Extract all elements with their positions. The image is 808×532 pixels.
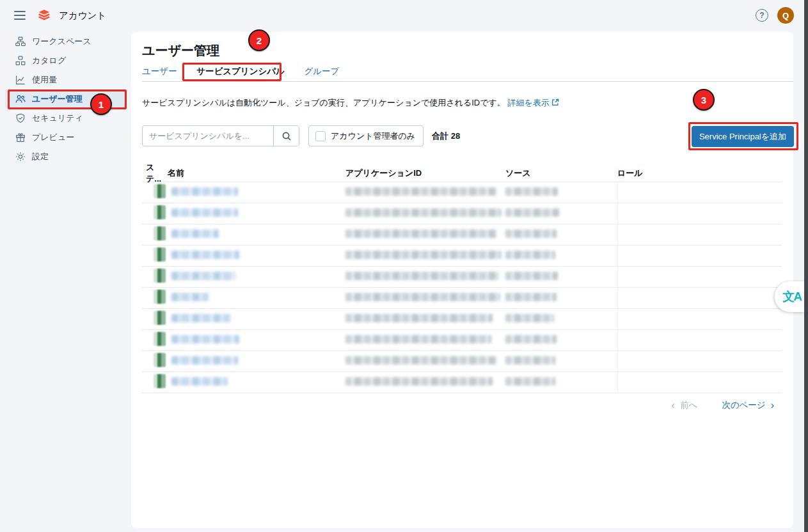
status-active-icon: [154, 205, 166, 219]
redacted-name-link[interactable]: [171, 251, 239, 259]
pagination: ‹ 前へ 次のページ ›: [672, 400, 774, 411]
page-title: ユーザー管理: [142, 42, 219, 59]
status-active-icon: [154, 332, 166, 346]
redacted-name-link[interactable]: [171, 335, 239, 343]
role-cell: [617, 203, 782, 224]
total-count: 合計 28: [432, 130, 460, 142]
sidebar-item-user-management[interactable]: ユーザー管理: [5, 90, 126, 109]
details-link-label: 詳細を表示: [507, 98, 549, 107]
account-admin-checkbox-label: アカウント管理者のみ: [331, 130, 415, 142]
redacted-application-id: [345, 377, 493, 386]
sidebar-item-label: プレビュー: [32, 132, 74, 143]
redacted-application-id: [345, 251, 502, 259]
hamburger-menu-icon[interactable]: [14, 11, 26, 20]
search-box: [142, 125, 299, 146]
status-active-icon: [154, 374, 166, 388]
main-panel: ユーザー管理 ユーザー サービスプリンシパル グループ サービスプリンシパルは自…: [131, 32, 793, 528]
role-cell: [617, 372, 782, 393]
table-row: [142, 351, 782, 372]
redacted-application-id: [345, 187, 496, 196]
search-button[interactable]: [273, 126, 299, 146]
service-principals-table: ステ... 名前 アプリケーションID ソース ロール: [142, 162, 782, 393]
sidebar-item-security[interactable]: セキュリティ: [5, 109, 126, 128]
sidebar-item-label: セキュリティ: [32, 113, 83, 124]
redacted-name-link[interactable]: [171, 377, 228, 386]
role-cell: [617, 330, 782, 350]
redacted-name-link[interactable]: [171, 314, 230, 322]
table-row: [142, 372, 782, 393]
add-service-principal-button[interactable]: Service Principalを追加: [692, 126, 794, 147]
search-icon: [281, 131, 292, 141]
role-cell: [617, 182, 782, 203]
redacted-name-link[interactable]: [171, 187, 238, 196]
databricks-logo-icon: [37, 8, 51, 22]
redacted-name-link[interactable]: [171, 208, 238, 217]
redacted-application-id: [345, 230, 496, 238]
external-link-icon: [551, 98, 559, 106]
column-header-role: ロール: [617, 168, 782, 179]
translate-widget[interactable]: 文A: [775, 281, 805, 312]
app-title: アカウント: [59, 10, 106, 22]
redacted-name-link[interactable]: [171, 272, 235, 280]
sidebar-item-label: 使用量: [32, 74, 57, 86]
total-label: 合計: [432, 131, 448, 141]
redacted-application-id: [345, 293, 500, 301]
catalog-icon: [15, 56, 26, 66]
column-header-name: 名前: [168, 168, 345, 179]
redacted-source: [505, 208, 559, 217]
help-icon[interactable]: ?: [756, 9, 768, 22]
sidebar-item-label: ワークスペース: [32, 36, 91, 47]
sidebar-item-workspaces[interactable]: ワークスペース: [5, 32, 126, 51]
redacted-name-link[interactable]: [171, 356, 238, 364]
role-cell: [617, 351, 782, 372]
browser-scrollbar[interactable]: [804, 0, 808, 532]
tab-users[interactable]: ユーザー: [142, 66, 177, 82]
table-row: [142, 288, 782, 309]
redacted-name-link[interactable]: [171, 230, 219, 238]
top-bar: アカウント ? Q: [0, 0, 808, 31]
status-active-icon: [154, 353, 166, 367]
search-input[interactable]: [143, 126, 273, 146]
total-value: 28: [451, 131, 460, 141]
status-active-icon: [154, 226, 166, 240]
table-row: [142, 246, 782, 267]
shield-icon: [15, 113, 26, 123]
sidebar-item-previews[interactable]: プレビュー: [5, 128, 126, 147]
redacted-application-id: [345, 208, 502, 217]
table-row: [142, 224, 782, 246]
prev-page-button[interactable]: ‹ 前へ: [672, 400, 698, 411]
role-cell: [617, 267, 782, 287]
chevron-right-icon: ›: [771, 400, 774, 411]
workspaces-icon: [15, 36, 26, 47]
sidebar-item-usage[interactable]: 使用量: [5, 70, 126, 90]
redacted-source: [505, 230, 557, 238]
status-active-icon: [154, 247, 166, 262]
tab-service-principals[interactable]: サービスプリンシパル: [196, 66, 285, 82]
redacted-source: [505, 377, 555, 386]
sidebar-item-catalog[interactable]: カタログ: [5, 51, 126, 70]
gift-icon: [15, 132, 26, 143]
next-page-button[interactable]: 次のページ ›: [722, 400, 774, 411]
redacted-name-link[interactable]: [171, 293, 209, 301]
redacted-source: [505, 356, 555, 364]
table-row: [142, 203, 782, 224]
redacted-source: [505, 335, 557, 343]
table-row: [142, 267, 782, 288]
sidebar-item-settings[interactable]: 設定: [5, 147, 126, 166]
account-admin-checkbox[interactable]: [315, 131, 326, 141]
status-active-icon: [154, 269, 166, 283]
redacted-source: [505, 251, 555, 259]
table-body: [142, 182, 782, 393]
redacted-application-id: [345, 272, 499, 280]
details-link[interactable]: 詳細を表示: [507, 98, 558, 107]
redacted-source: [505, 187, 558, 196]
toolbar: アカウント管理者のみ 合計 28: [142, 125, 460, 146]
tab-groups[interactable]: グループ: [304, 66, 339, 82]
avatar[interactable]: Q: [777, 7, 794, 24]
sidebar-item-label: 設定: [32, 151, 49, 162]
column-header-application-id: アプリケーションID: [345, 168, 505, 179]
sidebar-item-label: カタログ: [32, 55, 66, 66]
redacted-source: [505, 293, 557, 301]
table-row: [142, 309, 782, 330]
account-admin-filter[interactable]: アカウント管理者のみ: [308, 125, 424, 146]
